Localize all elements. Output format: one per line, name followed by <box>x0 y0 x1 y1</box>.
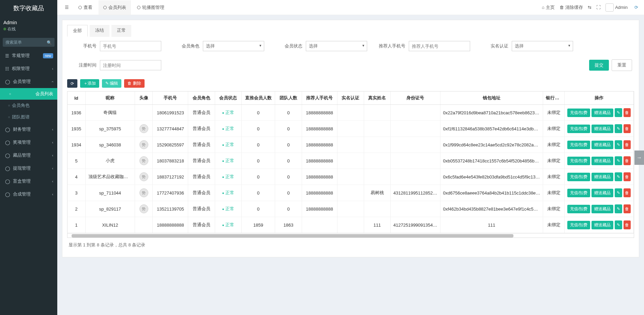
table-row[interactable]: 1935 sp_375975 势 13277744847 普通会员 正常 0 0… <box>68 121 634 137</box>
th-realname[interactable]: 实名认证 <box>337 91 364 105</box>
row-delete-button[interactable]: 🗑 <box>624 220 631 229</box>
gift-button[interactable]: 赠送藏品 <box>591 205 613 213</box>
recharge-button[interactable]: 充值/扣费 <box>567 189 590 197</box>
table-row[interactable]: 2 sp_829117 势 13521139705 普通会员 正常 0 0 18… <box>68 201 634 217</box>
refer-input[interactable] <box>409 41 470 51</box>
th-avatar[interactable]: 头像 <box>135 91 153 105</box>
filter-tab-frozen[interactable]: 冻结 <box>90 25 109 37</box>
row-edit-button[interactable]: ✎ <box>615 140 622 149</box>
filter-tab-normal[interactable]: 正常 <box>111 25 131 37</box>
table-row[interactable]: 3 sp_711044 势 17727407936 普通会员 正常 0 0 18… <box>68 185 634 201</box>
th-status[interactable]: 会员状态 <box>215 91 241 105</box>
th-role[interactable]: 会员角色 <box>188 91 215 105</box>
refresh-icon-button[interactable]: ⟳ <box>632 4 640 11</box>
submenu-member-list[interactable]: ○会员列表 <box>0 88 57 100</box>
gift-button[interactable]: 赠送藏品 <box>591 189 613 197</box>
th-bank[interactable]: 银行卡账 <box>543 91 564 105</box>
row-edit-button[interactable]: ✎ <box>615 220 622 229</box>
submenu-member-role[interactable]: ○会员角色 <box>0 100 57 111</box>
gift-button[interactable]: 赠送藏品 <box>591 157 613 165</box>
regtime-input[interactable] <box>100 60 161 70</box>
gift-button[interactable]: 赠送藏品 <box>591 125 613 133</box>
gift-button[interactable]: 赠送藏品 <box>591 141 613 149</box>
status-select[interactable] <box>306 41 367 51</box>
th-direct[interactable]: 直推会员人数 <box>241 91 275 105</box>
row-delete-button[interactable]: 🗑 <box>624 172 631 181</box>
reset-button[interactable]: 重置 <box>612 59 632 71</box>
realname-select[interactable] <box>512 41 573 51</box>
gift-button[interactable]: 赠送藏品 <box>591 109 613 117</box>
cell-avatar: 势 <box>135 137 153 153</box>
add-button[interactable]: ＋添加 <box>80 79 99 88</box>
table-row[interactable]: 4 顶级艺术品收藏咖高宇泽 势 18837127192 普通会员 正常 0 0 … <box>68 169 634 185</box>
menu-compose[interactable]: ◯合成管理‹ <box>0 188 57 201</box>
menu-award[interactable]: ◯奖项管理‹ <box>0 136 57 149</box>
row-delete-button[interactable]: 🗑 <box>624 204 631 213</box>
recharge-button[interactable]: 充值/扣费 <box>567 157 590 165</box>
table-row[interactable]: 1 XILIN12 18888888888 普通会员 正常 1859 1863 … <box>68 217 634 233</box>
row-edit-button[interactable]: ✎ <box>615 204 622 213</box>
row-delete-button[interactable]: 🗑 <box>624 156 631 165</box>
lang-button[interactable]: ⇆ <box>588 5 591 10</box>
row-delete-button[interactable]: 🗑 <box>624 124 631 133</box>
th-wallet[interactable]: 钱包地址 <box>440 91 543 105</box>
table-row[interactable]: 5 小虎 势 18037883218 普通会员 正常 0 0 188888888… <box>68 153 634 169</box>
gift-button[interactable]: 赠送藏品 <box>591 221 613 229</box>
filter-tab-all[interactable]: 全部 <box>67 25 88 37</box>
submit-button[interactable]: 提交 <box>589 60 609 71</box>
submenu-team-graph[interactable]: ○团队图谱 <box>0 111 57 123</box>
gift-button[interactable]: 赠送藏品 <box>591 173 613 181</box>
row-edit-button[interactable]: ✎ <box>615 172 622 181</box>
search-icon[interactable]: 🔍 <box>47 40 52 45</box>
menu-routine[interactable]: ☰常规管理new <box>0 49 57 62</box>
row-delete-button[interactable]: 🗑 <box>624 188 631 197</box>
home-link[interactable]: ⌂主页 <box>542 4 555 11</box>
user-status: 在线 <box>3 26 54 32</box>
row-edit-button[interactable]: ✎ <box>615 108 622 117</box>
table-row[interactable]: 1936 奇偶猫 18061991523 普通会员 正常 0 0 1888888… <box>68 105 634 121</box>
th-refer[interactable]: 推荐人手机号 <box>302 91 337 105</box>
right-drawer-handle[interactable]: → <box>634 151 644 165</box>
tab-banner[interactable]: 轮播图管理 <box>132 0 169 15</box>
chevron-left-icon: ‹ <box>52 167 53 170</box>
recharge-button[interactable]: 充值/扣费 <box>567 173 590 181</box>
row-edit-button[interactable]: ✎ <box>615 124 622 133</box>
recharge-button[interactable]: 充值/扣费 <box>567 125 590 133</box>
phone-input[interactable] <box>100 41 161 51</box>
th-ops[interactable]: 操作 <box>564 91 633 105</box>
th-nick[interactable]: 昵称 <box>85 91 135 105</box>
main-panel: 全部 冻结 正常 手机号 会员角色 会员状态 推荐人手机号 实名认证 注册时间 … <box>62 20 639 257</box>
tab-view[interactable]: 查看 <box>74 0 97 15</box>
recharge-button[interactable]: 充值/扣费 <box>567 221 590 229</box>
recharge-button[interactable]: 充值/扣费 <box>567 205 590 213</box>
admin-menu[interactable]: Admin <box>605 3 628 12</box>
table-row[interactable]: 1934 sp_346038 势 15290825597 普通会员 正常 0 0… <box>68 137 634 153</box>
clear-cache-link[interactable]: 🗑清除缓存 <box>559 4 583 11</box>
tab-member-list[interactable]: 会员列表 <box>99 0 131 15</box>
th-phone[interactable]: 手机号 <box>153 91 188 105</box>
th-realname2[interactable]: 真实姓名 <box>364 91 390 105</box>
recharge-button[interactable]: 充值/扣费 <box>567 109 590 117</box>
fullscreen-button[interactable]: ⛶ <box>596 5 601 10</box>
th-id[interactable]: Id <box>68 91 85 105</box>
role-select[interactable] <box>203 41 264 51</box>
menu-finance[interactable]: ◯财务管理‹ <box>0 123 57 136</box>
row-delete-button[interactable]: 🗑 <box>624 108 631 117</box>
th-idcard[interactable]: 身份证号 <box>390 91 440 105</box>
menu-member[interactable]: ◯会员管理‹ <box>0 75 57 88</box>
delete-button[interactable]: 🗑 删除 <box>124 79 144 88</box>
scrollbar-thumb[interactable] <box>72 234 513 238</box>
row-edit-button[interactable]: ✎ <box>615 156 622 165</box>
edit-button[interactable]: ✎ 编辑 <box>102 79 121 88</box>
recharge-button[interactable]: 充值/扣费 <box>567 141 590 149</box>
horizontal-scrollbar[interactable] <box>67 233 634 238</box>
th-team[interactable]: 团队人数 <box>275 91 302 105</box>
row-delete-button[interactable]: 🗑 <box>624 140 631 149</box>
row-edit-button[interactable]: ✎ <box>615 188 622 197</box>
menu-collection[interactable]: ◯藏品管理‹ <box>0 149 57 162</box>
toggle-sidebar-button[interactable]: ☰ <box>61 3 72 12</box>
refresh-table-button[interactable]: ⟳ <box>67 79 77 88</box>
menu-withdraw[interactable]: ◯提现管理‹ <box>0 162 57 175</box>
menu-permission[interactable]: ☷权限管理‹ <box>0 62 57 75</box>
menu-blindbox[interactable]: ◯盲盒管理‹ <box>0 175 57 188</box>
